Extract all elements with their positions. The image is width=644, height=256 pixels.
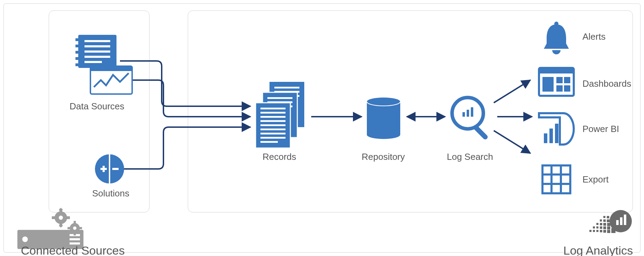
svg-rect-19: [274, 87, 299, 88]
svg-point-38: [367, 131, 400, 139]
svg-rect-89: [600, 226, 602, 229]
svg-rect-50: [556, 85, 563, 92]
svg-rect-99: [603, 216, 605, 218]
records-label: Records: [263, 152, 296, 162]
log-search-icon: [452, 98, 489, 140]
log-search-label: Log Search: [447, 152, 493, 162]
svg-rect-7: [84, 45, 110, 47]
connector-solutions-to-records: [123, 127, 250, 169]
solutions-label: Solutions: [92, 188, 129, 199]
svg-rect-93: [600, 223, 602, 225]
svg-rect-10: [84, 61, 102, 63]
svg-rect-76: [74, 221, 76, 224]
svg-rect-79: [79, 227, 82, 229]
svg-rect-1: [75, 38, 79, 41]
dashboards-icon: [539, 68, 574, 96]
svg-rect-35: [260, 141, 278, 143]
svg-rect-51: [564, 85, 570, 92]
svg-rect-96: [600, 219, 602, 222]
svg-rect-41: [467, 110, 469, 117]
svg-rect-46: [539, 68, 574, 73]
svg-rect-40: [462, 112, 465, 117]
svg-rect-37: [367, 102, 400, 135]
svg-rect-104: [616, 220, 619, 225]
data-sources-label: Data Sources: [70, 101, 124, 112]
dashboards-label: Dashboards: [582, 78, 631, 89]
alerts-label: Alerts: [582, 31, 605, 42]
svg-rect-12: [90, 66, 132, 71]
log-analytics-label: Log Analytics: [563, 244, 633, 256]
svg-rect-82: [593, 230, 595, 232]
svg-rect-2: [75, 45, 79, 47]
svg-rect-98: [607, 219, 610, 222]
chart-card-icon: [90, 66, 132, 94]
svg-rect-87: [593, 226, 595, 228]
svg-rect-33: [260, 133, 285, 134]
svg-rect-100: [607, 216, 609, 218]
svg-rect-5: [75, 63, 79, 66]
svg-rect-88: [596, 226, 598, 228]
svg-point-61: [22, 236, 28, 242]
powerbi-icon: [539, 113, 574, 145]
connector-datasource2-to-records: [129, 80, 250, 117]
svg-rect-43: [473, 125, 489, 140]
connector-logsearch-to-export: [494, 131, 530, 153]
export-icon: [542, 165, 570, 193]
svg-rect-29: [260, 116, 285, 118]
notebook-icon: [75, 35, 116, 68]
svg-rect-78: [67, 227, 70, 229]
svg-rect-77: [74, 233, 76, 235]
svg-rect-69: [66, 216, 70, 219]
svg-rect-4: [75, 57, 79, 60]
svg-rect-90: [603, 226, 606, 229]
diagram-svg: [0, 0, 644, 256]
svg-rect-9: [84, 56, 110, 58]
svg-rect-34: [260, 137, 285, 139]
svg-rect-53: [549, 129, 553, 143]
svg-rect-27: [260, 108, 285, 109]
export-label: Export: [582, 174, 609, 185]
alerts-icon: [544, 22, 569, 54]
svg-rect-48: [556, 77, 563, 83]
svg-rect-49: [564, 77, 570, 83]
connector-datasource1-to-records: [120, 61, 250, 106]
repository-label: Repository: [362, 152, 405, 162]
svg-rect-8: [84, 51, 110, 53]
svg-rect-28: [260, 112, 285, 114]
svg-rect-84: [600, 230, 602, 232]
connector-logsearch-to-dashboards: [494, 80, 530, 103]
solutions-icon: [95, 154, 124, 184]
svg-rect-97: [603, 219, 606, 222]
svg-rect-54: [555, 124, 558, 143]
svg-rect-32: [260, 129, 285, 130]
svg-rect-52: [544, 133, 547, 143]
repository-icon: [367, 98, 400, 139]
svg-rect-47: [542, 77, 554, 92]
svg-rect-3: [75, 51, 79, 54]
connected-sources-label: Connected Sources: [21, 244, 125, 256]
svg-rect-55: [542, 165, 570, 193]
svg-rect-81: [589, 230, 591, 232]
svg-rect-83: [596, 230, 598, 232]
log-analytics-icon: [589, 210, 632, 233]
svg-rect-91: [607, 226, 610, 230]
svg-rect-63: [70, 238, 80, 240]
svg-rect-23: [267, 97, 292, 99]
svg-point-80: [73, 226, 77, 230]
svg-rect-92: [596, 223, 598, 225]
svg-rect-30: [260, 120, 285, 122]
svg-rect-94: [603, 223, 606, 226]
svg-rect-86: [607, 230, 610, 233]
svg-rect-106: [624, 215, 626, 225]
svg-point-74: [59, 216, 63, 220]
svg-point-44: [554, 22, 558, 26]
svg-rect-105: [620, 217, 622, 225]
svg-rect-42: [471, 107, 473, 117]
powerbi-label: Power BI: [582, 124, 619, 134]
svg-rect-6: [84, 40, 110, 42]
svg-rect-31: [260, 124, 285, 126]
svg-rect-68: [52, 216, 55, 219]
records-icon: [256, 82, 304, 148]
svg-rect-85: [603, 230, 606, 233]
